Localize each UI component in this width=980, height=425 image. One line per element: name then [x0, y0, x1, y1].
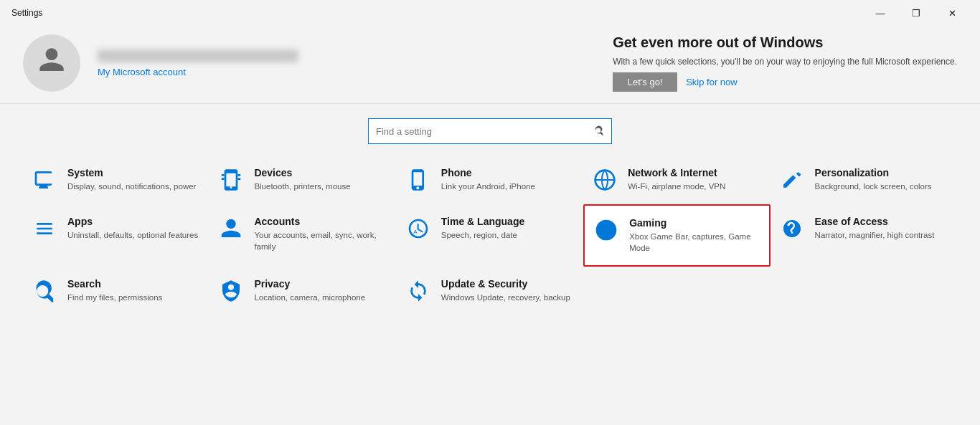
setting-item-gaming[interactable]: Gaming Xbox Game Bar, captures, Game Mod… [583, 204, 770, 267]
setting-name-devices: Devices [254, 167, 350, 178]
setting-text-gaming: Gaming Xbox Game Bar, captures, Game Mod… [629, 217, 760, 254]
setting-item-network[interactable]: Network & Internet Wi-Fi, airplane mode,… [583, 156, 770, 204]
main-content: My Microsoft account Get even more out o… [0, 23, 980, 425]
accounts-icon [218, 216, 244, 242]
account-name-blurred [98, 49, 298, 62]
search-icon [32, 278, 57, 304]
svg-rect-3 [238, 178, 241, 180]
person-icon [37, 46, 66, 81]
ease-icon [779, 216, 805, 242]
setting-name-ease: Ease of Access [815, 216, 935, 227]
phone-icon [405, 167, 431, 193]
setting-item-personalization[interactable]: Personalization Background, lock screen,… [771, 156, 957, 204]
minimize-button[interactable]: — [864, 3, 897, 23]
network-icon [592, 167, 618, 193]
search-input[interactable] [376, 126, 594, 137]
promo-section: Get even more out of Windows With a few … [613, 34, 957, 92]
setting-text-devices: Devices Bluetooth, printers, mouse [254, 167, 350, 192]
promo-subtitle: With a few quick selections, you'll be o… [613, 57, 957, 67]
setting-desc-personalization: Background, lock screen, colors [815, 181, 932, 192]
setting-item-ease[interactable]: Ease of Access Narrator, magnifier, high… [771, 204, 957, 267]
setting-text-personalization: Personalization Background, lock screen,… [815, 167, 932, 192]
setting-desc-accounts: Your accounts, email, sync, work, family [254, 229, 387, 252]
setting-item-search[interactable]: Search Find my files, permissions [23, 267, 209, 315]
time-icon: A [405, 216, 431, 242]
setting-name-time: Time & Language [441, 216, 524, 227]
devices-icon [218, 167, 244, 193]
title-bar: Settings — ❐ ✕ [0, 0, 980, 23]
setting-text-ease: Ease of Access Narrator, magnifier, high… [815, 216, 935, 241]
setting-item-accounts[interactable]: Accounts Your accounts, email, sync, wor… [209, 204, 396, 267]
setting-item-privacy[interactable]: Privacy Location, camera, microphone [209, 267, 396, 315]
search-box [368, 118, 612, 144]
setting-text-apps: Apps Uninstall, defaults, optional featu… [67, 216, 198, 241]
setting-item-update[interactable]: Update & Security Windows Update, recove… [397, 267, 583, 315]
setting-desc-gaming: Xbox Game Bar, captures, Game Mode [629, 231, 760, 254]
promo-title: Get even more out of Windows [613, 34, 957, 51]
search-container [0, 104, 980, 156]
setting-text-search: Search Find my files, permissions [67, 278, 162, 303]
skip-button[interactable]: Skip for now [686, 77, 738, 87]
close-button[interactable]: ✕ [936, 3, 969, 23]
setting-desc-search: Find my files, permissions [67, 292, 162, 303]
update-icon [405, 278, 431, 304]
svg-text:A: A [413, 229, 418, 235]
setting-desc-apps: Uninstall, defaults, optional features [67, 229, 198, 241]
privacy-icon [218, 278, 244, 304]
setting-name-gaming: Gaming [629, 217, 760, 229]
avatar [23, 34, 80, 92]
window-controls: — ❐ ✕ [864, 3, 969, 23]
svg-rect-0 [222, 174, 225, 176]
setting-name-personalization: Personalization [815, 167, 932, 178]
lets-go-button[interactable]: Let's go! [613, 72, 677, 92]
setting-text-phone: Phone Link your Android, iPhone [441, 167, 535, 192]
gaming-icon [593, 217, 619, 243]
setting-text-update: Update & Security Windows Update, recove… [441, 278, 570, 303]
restore-button[interactable]: ❐ [900, 3, 933, 23]
setting-text-time: Time & Language Speech, region, date [441, 216, 524, 241]
setting-text-network: Network & Internet Wi-Fi, airplane mode,… [628, 167, 725, 192]
svg-rect-2 [238, 174, 241, 176]
setting-item-phone[interactable]: Phone Link your Android, iPhone [397, 156, 583, 204]
setting-name-phone: Phone [441, 167, 535, 178]
microsoft-account-link[interactable]: My Microsoft account [98, 67, 298, 77]
setting-desc-system: Display, sound, notifications, power [67, 181, 196, 192]
setting-desc-network: Wi-Fi, airplane mode, VPN [628, 181, 725, 192]
app-title: Settings [11, 8, 42, 18]
setting-desc-ease: Narrator, magnifier, high contrast [815, 229, 935, 241]
setting-item-time[interactable]: A Time & Language Speech, region, date [397, 204, 583, 267]
setting-item-devices[interactable]: Devices Bluetooth, printers, mouse [209, 156, 396, 204]
svg-point-7 [600, 224, 613, 237]
setting-name-search: Search [67, 278, 162, 290]
setting-desc-devices: Bluetooth, printers, mouse [254, 181, 350, 192]
setting-text-accounts: Accounts Your accounts, email, sync, wor… [254, 216, 387, 252]
setting-desc-time: Speech, region, date [441, 229, 524, 241]
system-icon [32, 167, 57, 193]
setting-name-network: Network & Internet [628, 167, 725, 178]
search-icon-button[interactable] [594, 125, 604, 138]
setting-desc-privacy: Location, camera, microphone [254, 292, 365, 303]
setting-name-accounts: Accounts [254, 216, 387, 227]
personalization-icon [779, 167, 805, 193]
account-info: My Microsoft account [98, 49, 298, 77]
header-banner: My Microsoft account Get even more out o… [0, 23, 980, 104]
svg-rect-1 [222, 178, 225, 180]
setting-item-apps[interactable]: Apps Uninstall, defaults, optional featu… [23, 204, 209, 267]
setting-text-system: System Display, sound, notifications, po… [67, 167, 196, 192]
setting-name-system: System [67, 167, 196, 178]
setting-item-system[interactable]: System Display, sound, notifications, po… [23, 156, 209, 204]
setting-name-update: Update & Security [441, 278, 570, 290]
setting-name-privacy: Privacy [254, 278, 365, 290]
setting-desc-update: Windows Update, recovery, backup [441, 292, 570, 303]
promo-buttons: Let's go! Skip for now [613, 72, 957, 92]
setting-text-privacy: Privacy Location, camera, microphone [254, 278, 365, 303]
apps-icon [32, 216, 57, 242]
settings-grid: System Display, sound, notifications, po… [0, 156, 980, 315]
setting-name-apps: Apps [67, 216, 198, 227]
setting-desc-phone: Link your Android, iPhone [441, 181, 535, 192]
